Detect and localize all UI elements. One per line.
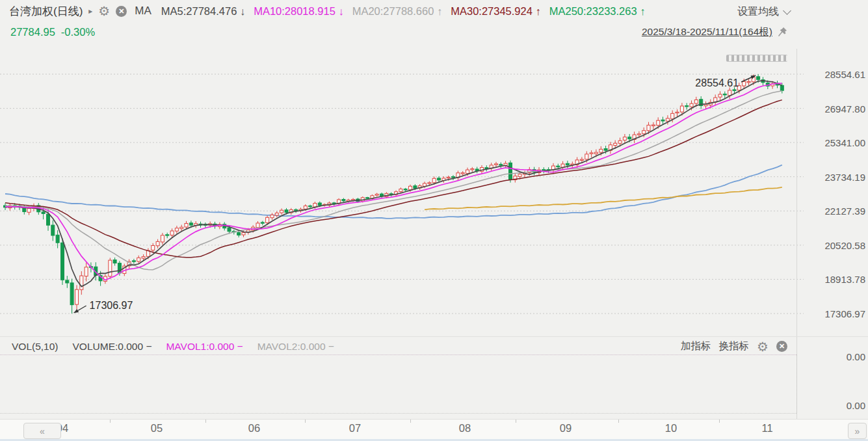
mavol1-value: MAVOL1:0.000 − — [166, 341, 243, 353]
date-range-link[interactable]: 2025/3/18-2025/11/11(164根) — [642, 25, 772, 39]
trading-app-window: 台湾加权(日线) ▸ ⚙ ✕ MA MA5:27784.476 ↓MA10:28… — [0, 0, 868, 441]
add-indicator-button[interactable]: 加指标 — [681, 340, 711, 353]
x-axis-label: 10 — [665, 422, 677, 434]
ma-settings-button[interactable]: 设置均线 — [737, 5, 790, 19]
switch-indicator-button[interactable]: 换指标 — [719, 340, 750, 353]
y-axis-label: 25341.00 — [824, 137, 865, 148]
overlay-line-blue-long-ma — [5, 165, 782, 219]
time-axis: 0405060708091011 — [0, 419, 868, 440]
x-axis-label: 06 — [248, 422, 260, 434]
x-axis-tick — [618, 420, 619, 423]
volume-indicator-row: VOL(5,10) VOLUME:0.000 − MAVOL1:0.000 − … — [12, 338, 334, 354]
y-axis-label: 17306.97 — [824, 308, 865, 319]
indicator-actions: 加指标 换指标 ⚙ ✕ — [681, 338, 787, 354]
symbol-title[interactable]: 台湾加权(日线) — [9, 4, 83, 19]
volume-right-border — [796, 354, 797, 413]
x-axis-tick — [110, 420, 111, 423]
panel-divider — [0, 336, 868, 337]
volume-axis-label: 0.00 — [847, 400, 865, 411]
low-annotation: 17306.97 — [90, 300, 133, 311]
change-percent: -0.30% — [61, 26, 95, 38]
x-axis-label: 07 — [349, 422, 361, 434]
x-axis-tick — [205, 420, 206, 423]
chevron-down-icon — [783, 7, 791, 15]
y-axis-label: 22127.39 — [824, 206, 865, 217]
volume-base-line — [0, 413, 796, 414]
y-axis-label: 18913.78 — [824, 274, 865, 285]
symbol-caret-icon[interactable]: ▸ — [88, 7, 92, 16]
last-quote: 27784.95 -0.30% — [10, 26, 95, 38]
gear-icon[interactable]: ⚙ — [98, 5, 110, 18]
ma-readout: MA20:27788.660 ↑ — [352, 5, 443, 18]
close-icon[interactable]: ✕ — [116, 6, 127, 17]
y-axis-label: 28554.61 — [824, 69, 865, 80]
x-axis-label: 05 — [151, 422, 163, 434]
x-axis-tick — [516, 420, 516, 423]
scroll-right-button[interactable]: » — [848, 423, 867, 439]
x-axis-label: 08 — [459, 422, 471, 434]
date-range-control: 2025/3/18-2025/11/11(164根) — [642, 25, 789, 39]
price-chart-canvas[interactable]: 17306.9728554.61 — [0, 49, 806, 340]
ma-line-MA20 — [5, 91, 782, 270]
volume-value: VOLUME:0.000 − — [73, 341, 152, 353]
last-price: 27784.95 — [10, 26, 55, 38]
mavol-zero-line — [0, 354, 796, 355]
high-annotation: 28554.61 — [695, 77, 739, 88]
pin-icon[interactable] — [776, 26, 789, 39]
ma-readouts: MA5:27784.476 ↓MA10:28018.915 ↓MA20:2778… — [161, 5, 646, 18]
volume-close-icon[interactable]: ✕ — [776, 341, 787, 352]
x-axis-tick — [719, 420, 720, 423]
y-axis-label: 23734.19 — [824, 171, 865, 182]
ma-readout: MA10:28018.915 ↓ — [254, 5, 344, 18]
ma-readout: MA250:23233.263 ↑ — [549, 5, 646, 18]
vol-indicator-label: VOL(5,10) — [12, 341, 59, 353]
ma-line-MA10 — [5, 83, 782, 280]
overlay-line-gold-ma250 — [425, 187, 782, 210]
volume-axis-label: 0.00 — [847, 351, 865, 362]
x-axis-tick — [305, 420, 306, 423]
x-axis-label: 09 — [560, 422, 572, 434]
mavol2-value: MAVOL2:0.000 − — [257, 341, 334, 353]
ma-settings-label: 设置均线 — [737, 5, 779, 19]
ma-line-MA5 — [5, 81, 782, 287]
y-axis-label: 20520.58 — [824, 239, 865, 250]
scroll-left-button[interactable]: « — [23, 423, 61, 439]
ma-readout: MA30:27345.924 ↑ — [451, 5, 541, 18]
y-axis: 0.00 0.00 28554.6126947.8025341.0023734.… — [803, 0, 868, 441]
volume-gear-icon[interactable]: ⚙ — [757, 340, 769, 353]
x-axis-tick — [410, 420, 411, 423]
x-axis-label: 11 — [761, 422, 772, 434]
ma-readout: MA5:27784.476 ↓ — [161, 5, 245, 18]
y-axis-label: 26947.80 — [824, 103, 865, 114]
ma-group-label: MA — [135, 5, 151, 18]
chart-header: 台湾加权(日线) ▸ ⚙ ✕ MA MA5:27784.476 ↓MA10:28… — [9, 3, 645, 20]
